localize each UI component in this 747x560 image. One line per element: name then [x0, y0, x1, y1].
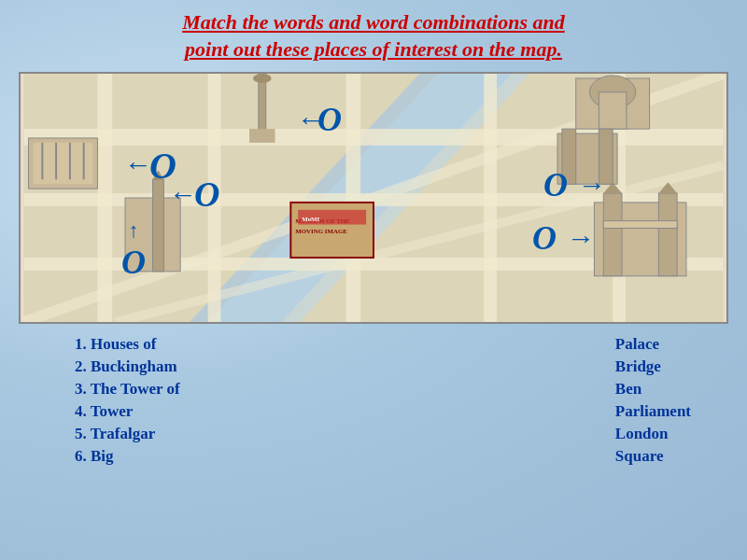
svg-rect-30 [603, 221, 677, 229]
list-item-4: 4. Tower [75, 402, 180, 421]
right-column: Palace Bridge Ben Parliament London Squa… [578, 335, 691, 466]
marker-bottom-right-o: O [532, 218, 557, 258]
svg-rect-39 [259, 74, 266, 138]
right-item-3: Ben [615, 380, 691, 399]
svg-rect-20 [153, 179, 164, 272]
svg-text:MOVING IMAGE: MOVING IMAGE [295, 229, 347, 235]
list-item-2: 2. Buckingham [75, 357, 180, 376]
word-list-area: 1. Houses of 2. Buckingham 3. The Tower … [19, 335, 728, 466]
map-container: MUSEUM OF THE MOVING IMAGE MoMI [19, 72, 728, 324]
map-svg: MUSEUM OF THE MOVING IMAGE MoMI [21, 74, 726, 322]
marker-bottom-right-arrow: → [566, 222, 594, 254]
svg-rect-29 [658, 193, 677, 276]
marker-top-o: O [317, 100, 342, 139]
page-title: Match the words and word combinations an… [19, 9, 728, 63]
list-item-1: 1. Houses of [75, 335, 180, 354]
marker-center-o: O [194, 174, 219, 215]
marker-bottom-left-group: ↑ O [121, 218, 146, 282]
svg-rect-41 [249, 129, 275, 143]
left-column: 1. Houses of 2. Buckingham 3. The Tower … [75, 335, 180, 466]
right-item-4: Parliament [615, 402, 691, 421]
list-item-5: 5. Trafalgar [75, 425, 180, 443]
list-item-3: 3. The Tower of [75, 380, 180, 399]
svg-rect-28 [603, 193, 622, 276]
right-item-6: Square [615, 447, 691, 466]
marker-center-arrow: ← [168, 178, 196, 210]
svg-rect-9 [484, 74, 497, 322]
list-item-6: 6. Big [75, 447, 180, 466]
marker-right-top-arrow: → [577, 169, 605, 201]
marker-bottom-left-o: O [121, 243, 146, 282]
title-line2: point out these places of interest on th… [185, 37, 562, 61]
svg-rect-35 [599, 92, 627, 129]
right-item-5: London [615, 425, 691, 443]
right-item-2: Bridge [615, 357, 691, 376]
svg-rect-6 [97, 74, 112, 322]
marker-bottom-up-arrow: ↑ [129, 218, 139, 243]
marker-right-top-o: O [543, 165, 568, 204]
title-line1: Match the words and word combinations an… [182, 10, 565, 34]
svg-text:MoMI: MoMI [302, 216, 319, 222]
marker-midleft-arrow: ← [123, 148, 151, 180]
right-item-1: Palace [615, 335, 691, 354]
page-container: Match the words and word combinations an… [0, 0, 747, 560]
svg-point-40 [253, 74, 272, 83]
